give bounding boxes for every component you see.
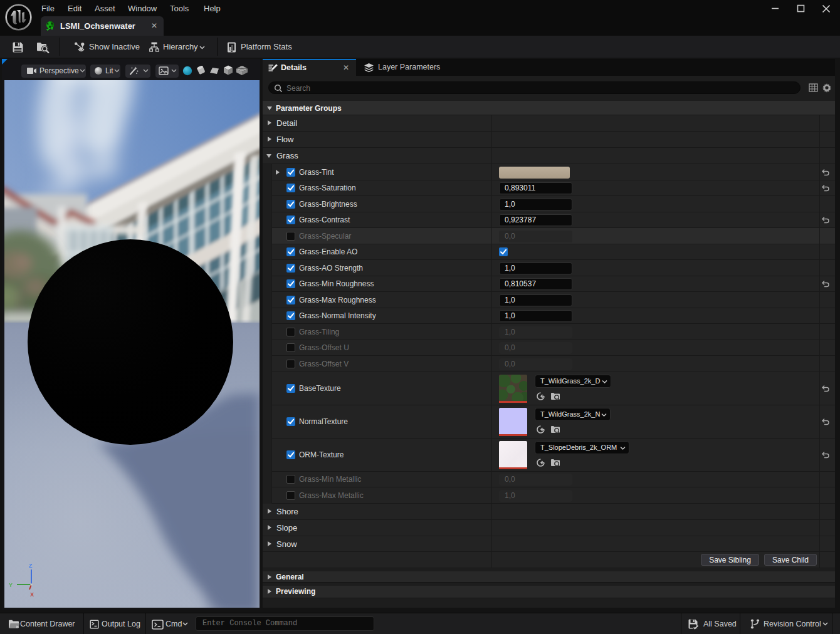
svg-text:X: X (30, 591, 34, 598)
svg-text:Z: Z (29, 563, 33, 569)
svg-text:Y: Y (9, 582, 13, 588)
